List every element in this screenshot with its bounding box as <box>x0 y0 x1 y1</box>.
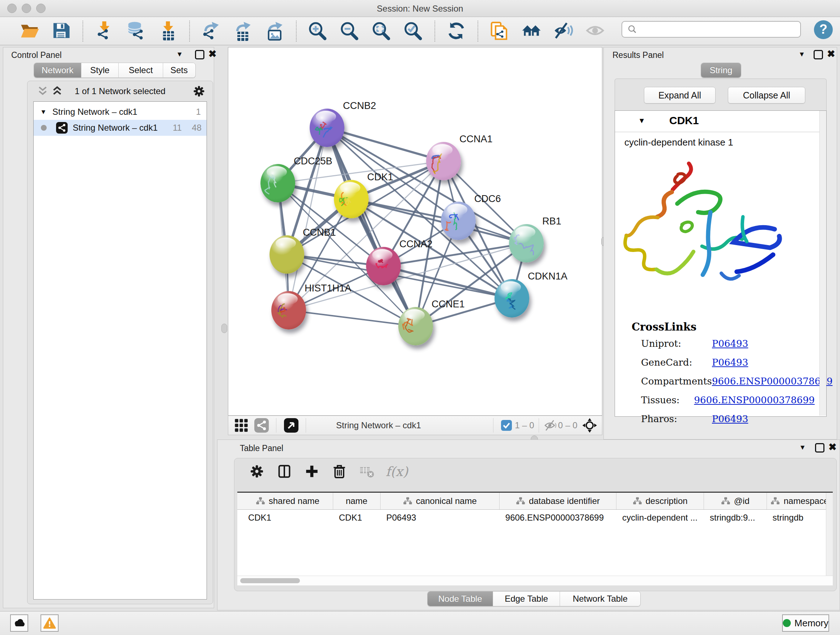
table-panel-float-icon[interactable] <box>815 443 824 453</box>
gene-collapse-caret-icon[interactable]: ▼ <box>638 117 645 125</box>
table-settings-gear-icon[interactable] <box>248 463 265 480</box>
table-row[interactable]: CDK1CDK1P064939606.ENSP00000378699cyclin… <box>237 510 833 526</box>
crosslink-row: Compartments: 9606.ENSP00000378699 <box>641 376 815 386</box>
crosslink-value[interactable]: 9606.ENSP00000378699 <box>694 394 815 405</box>
warnings-button[interactable] <box>41 614 58 632</box>
network-node-ccna1[interactable] <box>426 142 461 180</box>
refresh-view-icon[interactable] <box>446 21 467 42</box>
results-panel: Results Panel ▼ ✖ String Expand All Coll… <box>603 47 837 440</box>
crosslink-value[interactable]: 9606.ENSP00000378699 <box>712 376 832 386</box>
export-network-icon[interactable] <box>201 21 222 42</box>
expand-all-button[interactable]: Expand All <box>644 87 715 103</box>
network-node-rb1[interactable] <box>509 224 544 263</box>
results-panel-menu-caret-icon[interactable]: ▼ <box>798 50 805 58</box>
node-label: CCNA2 <box>399 239 433 250</box>
network-share-view-icon[interactable] <box>254 418 269 432</box>
tab-string[interactable]: String <box>701 63 741 78</box>
import-network-database-icon[interactable] <box>126 21 147 42</box>
network-node-cdc25b[interactable] <box>261 164 295 203</box>
zoom-fit-icon[interactable] <box>371 21 392 42</box>
crosslink-value[interactable]: P06493 <box>712 413 748 424</box>
crosslink-value[interactable]: P06493 <box>712 357 748 368</box>
move-crosshair-icon[interactable] <box>583 418 597 432</box>
open-folder-icon[interactable] <box>19 21 40 42</box>
network-node-ccnb1[interactable] <box>270 235 304 274</box>
node-table: shared namenamecanonical namedatabase id… <box>237 492 833 577</box>
column-header-database-identifier[interactable]: database identifier <box>500 493 616 509</box>
tab-sets[interactable]: Sets <box>163 63 195 78</box>
search-field[interactable] <box>622 21 801 38</box>
zoom-out-icon[interactable] <box>339 21 360 42</box>
birdseye-view-icon[interactable] <box>284 418 298 432</box>
crosslink-value[interactable]: P06493 <box>712 338 748 349</box>
hidden-eye-icon <box>544 420 558 431</box>
table-panel-close-icon[interactable]: ✖ <box>829 443 837 451</box>
selection-status: 1 of 1 Network selected <box>27 86 213 96</box>
table-vscrollbar[interactable] <box>826 493 833 577</box>
window-title: Session: New Session <box>0 4 840 14</box>
tab-select[interactable]: Select <box>118 63 163 78</box>
network-options-gear-icon[interactable] <box>193 85 205 99</box>
column-header-canonical-name[interactable]: canonical name <box>381 493 500 509</box>
network-node-cdkn1a[interactable] <box>494 279 529 318</box>
zoom-selected-icon[interactable] <box>403 21 424 42</box>
tab-edge-table[interactable]: Edge Table <box>493 592 560 606</box>
cloud-button[interactable] <box>10 614 28 632</box>
left-splitter-handle[interactable] <box>221 324 227 333</box>
network-node-ccne1[interactable] <box>398 307 433 345</box>
collection-label: String Network – cdk1 <box>52 107 196 117</box>
grid-view-icon[interactable] <box>234 418 248 432</box>
network-node-cdc6[interactable] <box>441 202 476 240</box>
results-panel-float-icon[interactable] <box>813 50 823 59</box>
column-header-namespace[interactable]: namespace <box>767 493 833 509</box>
hide-unhide-icon[interactable] <box>553 21 574 42</box>
network-row-selected[interactable]: String Network – cdk1 11 48 <box>34 120 207 136</box>
network-node-ccnb2[interactable] <box>309 109 344 147</box>
column-header--id[interactable]: @id <box>704 493 767 509</box>
save-session-icon[interactable] <box>51 21 72 42</box>
help-button[interactable]: ? <box>814 20 833 39</box>
network-node-cdk1[interactable] <box>334 180 369 218</box>
control-panel-close-icon[interactable]: ✖ <box>208 50 217 57</box>
show-columns-icon[interactable] <box>276 463 293 480</box>
column-header-shared-name[interactable]: shared name <box>242 493 333 509</box>
current-network-name: String Network – cdk1 <box>336 420 489 431</box>
tab-node-table[interactable]: Node Table <box>428 592 493 606</box>
tab-network-table[interactable]: Network Table <box>560 592 640 606</box>
column-header-name[interactable]: name <box>333 493 381 509</box>
copy-network-style-icon[interactable] <box>489 21 510 42</box>
import-network-file-icon[interactable] <box>94 21 115 42</box>
table-panel-menu-caret-icon[interactable]: ▼ <box>799 443 806 451</box>
control-panel-float-icon[interactable] <box>195 50 204 59</box>
zoom-in-icon[interactable] <box>308 21 328 42</box>
network-node-ccna2[interactable] <box>366 247 401 285</box>
add-column-icon[interactable] <box>303 463 321 480</box>
tab-style[interactable]: Style <box>81 63 118 78</box>
memory-button[interactable]: Memory <box>782 614 829 632</box>
hscroll-thumb[interactable] <box>240 578 300 583</box>
import-table-file-icon[interactable] <box>158 21 179 42</box>
results-panel-close-icon[interactable]: ✖ <box>827 50 835 57</box>
node-label: CCNB1 <box>303 227 336 238</box>
network-node-hist1h1a[interactable] <box>271 291 306 329</box>
network-canvas[interactable]: CCNB2CCNA1CDC25BCDK1CDC6RB1CCNB1CCNA2CDK… <box>228 47 602 416</box>
results-scrollbar[interactable] <box>819 111 826 416</box>
search-input[interactable] <box>638 24 800 35</box>
column-header-description[interactable]: description <box>616 493 704 509</box>
network-collection-row[interactable]: ▼ String Network – cdk1 1 <box>34 104 207 120</box>
export-image-icon[interactable] <box>264 21 286 42</box>
tab-network[interactable]: Network <box>34 63 81 78</box>
delete-column-icon[interactable] <box>331 463 348 480</box>
export-table-icon[interactable] <box>233 21 254 42</box>
control-panel-menu-caret-icon[interactable]: ▼ <box>176 50 183 58</box>
tree-caret-icon[interactable]: ▼ <box>40 108 47 116</box>
collapse-all-button[interactable]: Collapse All <box>728 87 805 103</box>
show-eye-icon[interactable] <box>584 21 606 42</box>
table-hscrollbar[interactable] <box>237 576 833 585</box>
table-panel-title: Table Panel <box>240 443 283 453</box>
network-list-panel: 1 of 1 Network selected ▼ String Network… <box>27 81 213 604</box>
table-header-row: shared namenamecanonical namedatabase id… <box>237 493 833 510</box>
network-edges <box>228 48 602 416</box>
string-homes-icon[interactable] <box>521 21 542 42</box>
selected-checkbox-icon[interactable] <box>501 420 512 431</box>
